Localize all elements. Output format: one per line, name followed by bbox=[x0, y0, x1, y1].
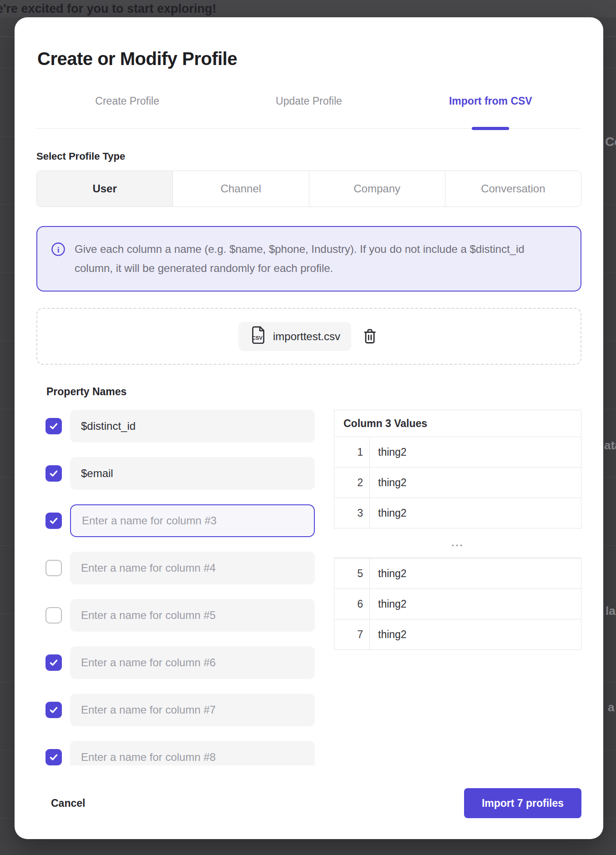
row-value: thing2 bbox=[370, 558, 407, 588]
remove-file-button[interactable] bbox=[360, 326, 379, 347]
profile-type-option-user[interactable]: User bbox=[37, 171, 172, 206]
column-values-header: Column 3 Values bbox=[334, 410, 581, 437]
column-name-input-4[interactable] bbox=[70, 552, 315, 584]
profile-type-option-channel[interactable]: Channel bbox=[172, 171, 308, 206]
column-checkbox-8[interactable] bbox=[45, 749, 62, 765]
row-number: 2 bbox=[334, 468, 370, 498]
cancel-button[interactable]: Cancel bbox=[48, 797, 88, 810]
column-checkbox-7[interactable] bbox=[45, 702, 62, 718]
background-text-fragment: lal bbox=[606, 604, 616, 618]
background-text-fragment: a bbox=[608, 700, 614, 714]
property-row-7 bbox=[45, 694, 315, 726]
uploaded-file-name: importtest.csv bbox=[273, 330, 340, 343]
svg-text:CSV: CSV bbox=[252, 335, 263, 341]
column-name-input-3[interactable] bbox=[70, 504, 315, 537]
value-row: 2thing2 bbox=[334, 467, 581, 498]
row-number: 1 bbox=[334, 437, 370, 467]
tab-create-profile[interactable]: Create Profile bbox=[36, 94, 218, 128]
value-row: 3thing2 bbox=[334, 498, 581, 528]
row-value: thing2 bbox=[370, 619, 407, 649]
value-row: 5thing2 bbox=[334, 558, 581, 588]
property-row-6 bbox=[45, 646, 315, 679]
background-page-text: e're excited for you to start exploring! bbox=[0, 2, 217, 16]
column-checkbox-4[interactable] bbox=[45, 560, 62, 576]
property-row-3 bbox=[45, 504, 315, 537]
tab-update-profile[interactable]: Update Profile bbox=[218, 94, 399, 128]
tab-label: Import from CSV bbox=[449, 95, 532, 107]
row-number: 7 bbox=[334, 619, 370, 649]
column-checkbox-6[interactable] bbox=[45, 654, 62, 671]
column-values-table-top: Column 3 Values 1thing22thing23thing2 bbox=[334, 410, 581, 528]
row-value: thing2 bbox=[370, 468, 407, 498]
property-name-list bbox=[36, 410, 315, 765]
column-checkbox-2[interactable] bbox=[45, 465, 62, 482]
column-checkbox-3[interactable] bbox=[45, 513, 62, 529]
svg-text:i: i bbox=[57, 246, 60, 254]
property-row-5 bbox=[45, 599, 315, 632]
property-row-2 bbox=[45, 457, 315, 490]
background-page-topbar: e're excited for you to start exploring! bbox=[0, 0, 616, 17]
background-text-fragment: Col bbox=[605, 135, 616, 149]
modal-title: Create or Modify Profile bbox=[37, 47, 581, 70]
column-checkbox-5[interactable] bbox=[45, 607, 62, 624]
column-name-input-5[interactable] bbox=[70, 599, 315, 632]
profile-type-label: Select Profile Type bbox=[36, 151, 581, 162]
property-names-heading: Property Names bbox=[46, 386, 581, 398]
trash-icon bbox=[362, 340, 378, 347]
row-number: 6 bbox=[334, 589, 370, 619]
column-values-panel: Column 3 Values 1thing22thing23thing2 ..… bbox=[334, 410, 581, 765]
mapping-area: Column 3 Values 1thing22thing23thing2 ..… bbox=[36, 410, 581, 765]
info-banner-text: Give each column a name (e.g. $name, $ph… bbox=[75, 240, 525, 278]
value-row: 1thing2 bbox=[334, 437, 581, 467]
profile-type-option-conversation[interactable]: Conversation bbox=[445, 171, 581, 206]
column-checkbox-1[interactable] bbox=[45, 418, 62, 434]
info-banner: i Give each column a name (e.g. $name, $… bbox=[36, 226, 581, 292]
column-values-table-bottom: 5thing26thing27thing2 bbox=[334, 558, 581, 650]
column-name-input-2[interactable] bbox=[70, 457, 315, 490]
row-number: 5 bbox=[334, 558, 370, 588]
column-name-input-6[interactable] bbox=[70, 646, 315, 679]
rows-ellipsis: ... bbox=[334, 528, 581, 558]
profile-type-selector: User Channel Company Conversation bbox=[36, 171, 581, 207]
row-value: thing2 bbox=[370, 589, 407, 619]
file-dropzone[interactable]: CSV importtest.csv bbox=[36, 308, 581, 365]
column-name-input-1[interactable] bbox=[70, 410, 315, 443]
active-tab-indicator bbox=[472, 127, 509, 130]
row-number: 3 bbox=[334, 498, 370, 528]
csv-file-icon: CSV bbox=[249, 326, 267, 347]
background-text-fragment: ata bbox=[604, 438, 616, 453]
create-or-modify-profile-modal: Create or Modify Profile Create Profile … bbox=[15, 17, 603, 839]
column-name-input-8[interactable] bbox=[70, 741, 315, 765]
property-row-1 bbox=[45, 410, 315, 443]
import-profiles-button[interactable]: Import 7 profiles bbox=[464, 788, 581, 818]
modal-footer: Cancel Import 7 profiles bbox=[48, 788, 581, 818]
profile-type-option-company[interactable]: Company bbox=[309, 171, 445, 206]
property-row-4 bbox=[45, 552, 315, 584]
uploaded-file-chip: CSV importtest.csv bbox=[238, 322, 351, 351]
tab-import-from-csv[interactable]: Import from CSV bbox=[400, 94, 581, 128]
column-name-input-7[interactable] bbox=[70, 694, 315, 726]
row-value: thing2 bbox=[370, 437, 407, 467]
property-row-8 bbox=[45, 741, 315, 765]
value-row: 7thing2 bbox=[334, 619, 581, 649]
tab-bar: Create Profile Update Profile Import fro… bbox=[36, 94, 581, 129]
row-value: thing2 bbox=[370, 498, 407, 528]
value-row: 6thing2 bbox=[334, 588, 581, 619]
info-circle-icon: i bbox=[51, 242, 66, 258]
